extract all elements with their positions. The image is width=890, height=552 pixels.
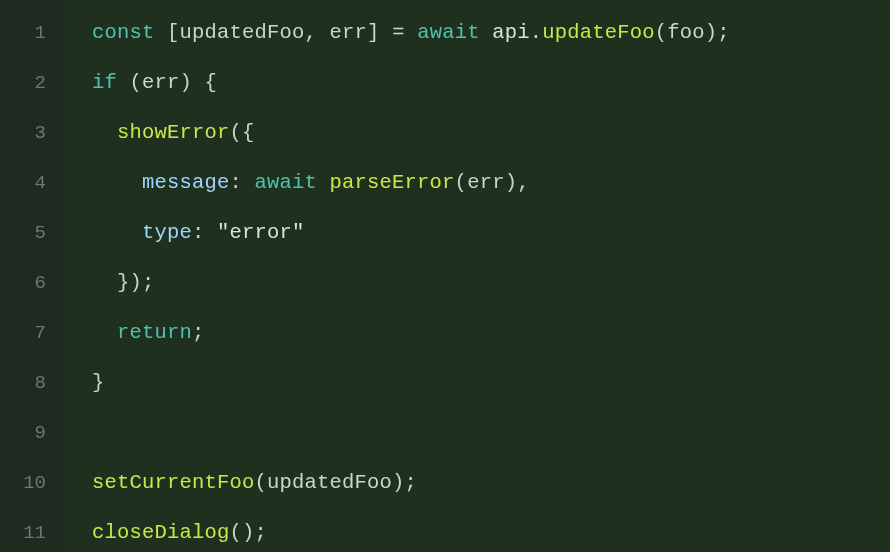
code-line[interactable]: setCurrentFoo(updatedFoo); [64,458,890,508]
punct-lbracket: [ [167,21,180,44]
line-number: 11 [0,508,64,552]
indent [92,271,117,294]
fn-setCurrentFoo: setCurrentFoo [92,471,255,494]
punct-lbrace: { [205,71,218,94]
punct-lparen: ( [255,471,268,494]
ident-err: err [330,21,368,44]
prop-message: message [142,171,230,194]
line-number: 3 [0,108,64,158]
punct-comma: , [305,21,330,44]
code-line[interactable]: }); [64,258,890,308]
punct-rparen: ) [180,71,193,94]
keyword-return: return [117,321,192,344]
string-error: "error" [217,221,305,244]
whitespace [192,71,205,94]
line-number-gutter: 1 2 3 4 5 6 7 8 9 10 11 [0,0,64,552]
whitespace [155,21,168,44]
line-number: 2 [0,58,64,108]
keyword-await: await [417,21,480,44]
indent [92,221,142,244]
fn-updateFoo: updateFoo [542,21,655,44]
keyword-await: await [255,171,318,194]
ident-foo: foo [667,21,705,44]
punct-lparen: ( [130,71,143,94]
punct-rparen: ) [130,271,143,294]
keyword-if: if [92,71,117,94]
punct-lbrace: { [242,121,255,144]
line-number: 5 [0,208,64,258]
punct-semi: ; [192,321,205,344]
punct-semi: ; [405,471,418,494]
line-number: 7 [0,308,64,358]
punct-comma: , [517,171,530,194]
code-line[interactable]: } [64,358,890,408]
line-number: 1 [0,8,64,58]
code-line[interactable]: if (err) { [64,58,890,108]
punct-colon: : [192,221,217,244]
punct-rbrace: } [117,271,130,294]
whitespace [117,71,130,94]
punct-colon: : [230,171,255,194]
punct-dot: . [530,21,543,44]
punct-semi: ; [717,21,730,44]
fn-closeDialog: closeDialog [92,521,230,544]
whitespace [480,21,493,44]
punct-semi: ; [255,521,268,544]
indent [92,321,117,344]
ident-err: err [142,71,180,94]
indent [92,121,117,144]
code-editor: 1 2 3 4 5 6 7 8 9 10 11 const [updatedFo… [0,0,890,552]
prop-type: type [142,221,192,244]
ident-updatedFoo: updatedFoo [180,21,305,44]
punct-rparen: ) [505,171,518,194]
fn-parseError: parseError [330,171,455,194]
line-number: 9 [0,408,64,458]
indent [92,171,142,194]
punct-eq: = [380,21,418,44]
code-line[interactable]: message: await parseError(err), [64,158,890,208]
code-line[interactable] [64,408,890,458]
keyword-const: const [92,21,155,44]
punct-lparen: ( [655,21,668,44]
code-line[interactable]: const [updatedFoo, err] = await api.upda… [64,8,890,58]
punct-rparen: ) [705,21,718,44]
whitespace [317,171,330,194]
punct-rbrace: } [92,371,105,394]
code-line[interactable]: showError({ [64,108,890,158]
punct-lparen: ( [230,521,243,544]
code-line[interactable]: closeDialog(); [64,508,890,552]
line-number: 10 [0,458,64,508]
ident-api: api [492,21,530,44]
punct-lparen: ( [230,121,243,144]
punct-rbracket: ] [367,21,380,44]
code-line[interactable]: type: "error" [64,208,890,258]
code-area[interactable]: const [updatedFoo, err] = await api.upda… [64,0,890,552]
punct-lparen: ( [455,171,468,194]
ident-updatedFoo: updatedFoo [267,471,392,494]
line-number: 8 [0,358,64,408]
punct-rparen: ) [242,521,255,544]
fn-showError: showError [117,121,230,144]
ident-err: err [467,171,505,194]
punct-semi: ; [142,271,155,294]
line-number: 4 [0,158,64,208]
code-line[interactable]: return; [64,308,890,358]
punct-rparen: ) [392,471,405,494]
line-number: 6 [0,258,64,308]
